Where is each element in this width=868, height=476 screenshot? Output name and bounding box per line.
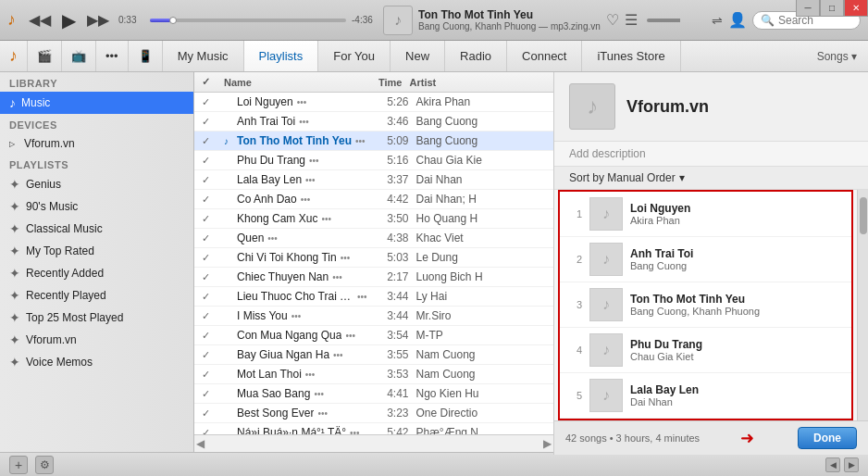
tab-more[interactable]: ••• (96, 41, 129, 71)
col-name[interactable]: Name (224, 77, 361, 88)
table-row[interactable]: ✓ Mot Lan Thoi ••• 3:53 Nam Cuong (194, 365, 553, 384)
table-row[interactable]: ✓ Khong Cam Xuc ••• 3:50 Ho Quang H (194, 209, 553, 229)
scroll-down-button[interactable]: ▶ (844, 457, 859, 472)
track-dots[interactable]: ••• (350, 428, 360, 435)
scroll-up-button[interactable]: ◀ (825, 457, 840, 472)
table-row[interactable]: ✓ Bay Giua Ngan Ha ••• 3:55 Nam Cuong (194, 345, 553, 365)
track-name: Mot Lan Thoi (237, 368, 302, 381)
table-row[interactable]: ✓ Anh Trai Toi ••• 3:46 Bang Cuong (194, 112, 553, 132)
col-artist[interactable]: Artist (403, 77, 547, 88)
h-scroll-bar[interactable] (205, 437, 543, 450)
table-row[interactable]: ✓ Lala Bay Len ••• 3:37 Dai Nhan (194, 170, 553, 190)
scroll-left-icon[interactable]: ◀ (196, 437, 205, 450)
table-row[interactable]: ✓ Chi Vi Toi Khong Tin ••• 5:03 Le Dung (194, 248, 553, 268)
sidebar-item-vforum-device[interactable]: ▷ Vforum.vn (0, 133, 193, 154)
col-time[interactable]: Time (361, 77, 403, 88)
add-playlist-button[interactable]: + (9, 456, 28, 474)
tab-radio[interactable]: Radio (445, 41, 507, 71)
heart-icon[interactable]: ♡ (606, 11, 619, 29)
play-button[interactable]: ▶ (58, 7, 80, 33)
songs-dropdown-area[interactable]: Songs ▾ (817, 41, 868, 71)
track-dots[interactable]: ••• (267, 233, 278, 244)
track-dots[interactable]: ••• (314, 389, 324, 399)
track-dots[interactable]: ••• (305, 370, 316, 380)
track-dots[interactable]: ••• (357, 292, 367, 302)
list-item[interactable]: 3 ♪ Ton Tho Mot Tinh Yeu Bang Cuong, Kha… (560, 282, 851, 328)
tab-itunes-store[interactable]: iTunes Store (582, 41, 680, 71)
table-row[interactable]: ✓ I Miss You ••• 3:44 Mr.Siro (194, 307, 553, 326)
table-row[interactable]: ✓ Ná»i Buá»·n Má°¹ TÄ° ••• 5:42 Phæ°Æng … (194, 423, 553, 434)
list-item[interactable]: 5 ♪ Lala Bay Len Dai Nhan (560, 373, 851, 419)
sidebar-item-voice-memos[interactable]: ✦ Voice Memos (0, 351, 193, 373)
track-dots[interactable]: ••• (345, 331, 355, 341)
minimize-button[interactable]: ─ (796, 0, 820, 17)
track-name-area: Quen ••• (237, 232, 367, 244)
sidebar-item-vforum-pl[interactable]: ✦ Vforum.vn (0, 329, 193, 351)
fast-forward-button[interactable]: ▶▶ (83, 9, 113, 31)
table-row[interactable]: ✓ Mua Sao Bang ••• 4:41 Ngo Kien Hu (194, 384, 553, 404)
table-row[interactable]: ✓ Lieu Thuoc Cho Trai Tim ••• 3:44 Ly Ha… (194, 287, 553, 307)
scrollbar-thumb[interactable] (860, 197, 867, 234)
track-dots[interactable]: ••• (321, 214, 331, 224)
track-dots[interactable]: ••• (333, 350, 343, 360)
tab-for-you[interactable]: For You (318, 41, 391, 71)
volume-slider[interactable] (647, 19, 702, 22)
list-item[interactable]: 4 ♪ Phu Du Trang Chau Gia Kiet (560, 328, 851, 373)
table-row[interactable]: ✓ Con Mua Ngang Qua ••• 3:54 M-TP (194, 326, 553, 345)
track-dots[interactable]: ••• (297, 97, 307, 107)
table-row[interactable]: ✓ Best Song Ever ••• 3:23 One Directio (194, 404, 553, 423)
track-dots[interactable]: ••• (299, 117, 309, 127)
track-time: 5:26 (367, 95, 409, 108)
sidebar-item-music[interactable]: ♪ Music (0, 92, 193, 114)
restore-button[interactable]: □ (820, 0, 844, 17)
track-dots[interactable]: ••• (355, 136, 366, 146)
add-description[interactable]: Add description (554, 142, 868, 167)
table-row[interactable]: ✓ Quen ••• 4:38 Khac Viet (194, 229, 553, 248)
tab-tv[interactable]: 📺 (62, 41, 96, 71)
scroll-right-icon[interactable]: ▶ (543, 437, 552, 450)
track-check: ✓ (202, 96, 224, 108)
list-icon[interactable]: ☰ (625, 11, 638, 29)
playlist-cover-music-icon: ♪ (587, 94, 598, 119)
done-button[interactable]: Done (798, 427, 857, 449)
track-dots[interactable]: ••• (305, 175, 316, 185)
track-dots[interactable]: ••• (309, 156, 319, 166)
tab-playlists[interactable]: Playlists (244, 41, 319, 71)
table-row[interactable]: ✓ Chiec Thuyen Nan ••• 2:17 Luong Bich H (194, 268, 553, 287)
settings-button[interactable]: ⚙ (35, 456, 54, 474)
playlist-scrollbar[interactable] (857, 190, 868, 420)
songs-dropdown[interactable]: Songs ▾ (817, 50, 857, 63)
track-dots[interactable]: ••• (301, 194, 311, 205)
track-dots[interactable]: ••• (317, 408, 328, 419)
progress-bar[interactable] (150, 19, 346, 22)
account-icon[interactable]: 👤 (728, 11, 747, 29)
tab-connect[interactable]: Connect (507, 41, 582, 71)
tab-new[interactable]: New (391, 41, 445, 71)
track-dots[interactable]: ••• (332, 272, 342, 282)
table-row[interactable]: ✓ Co Anh Dao ••• 4:42 Dai Nhan; H (194, 190, 553, 209)
track-dots[interactable]: ••• (291, 311, 302, 321)
shuffle-button[interactable]: ⇌ (712, 13, 723, 28)
sidebar-item-top25[interactable]: ✦ Top 25 Most Played (0, 307, 193, 329)
sidebar-item-recently-added[interactable]: ✦ Recently Added (0, 262, 193, 284)
tab-music-icon[interactable]: ♪ (0, 41, 28, 71)
sidebar-item-genius[interactable]: ✦ Genius (0, 173, 193, 195)
sidebar-item-90s[interactable]: ✦ 90's Music (0, 195, 193, 218)
list-item[interactable]: 2 ♪ Anh Trai Toi Bang Cuong (560, 237, 851, 282)
close-button[interactable]: ✕ (844, 0, 868, 17)
list-item[interactable]: 1 ♪ Loi Nguyen Akira Phan (560, 192, 851, 237)
sidebar-item-top-rated[interactable]: ✦ My Top Rated (0, 240, 193, 262)
sidebar-item-classical[interactable]: ✦ Classical Music (0, 218, 193, 240)
track-artist: Akira Phan (409, 95, 547, 108)
sort-bar[interactable]: Sort by Manual Order ▾ (554, 167, 868, 190)
table-row[interactable]: ✓ Phu Du Trang ••• 5:16 Chau Gia Kie (194, 151, 553, 170)
tab-video[interactable]: 🎬 (28, 41, 62, 71)
rewind-button[interactable]: ◀◀ (25, 9, 55, 31)
track-dots[interactable]: ••• (341, 253, 351, 263)
sidebar-item-recently-played[interactable]: ✦ Recently Played (0, 284, 193, 307)
tab-my-music[interactable]: My Music (163, 41, 244, 71)
tab-phone[interactable]: 📱 (129, 41, 163, 71)
table-row[interactable]: ✓ ♪ Ton Tho Mot Tinh Yeu ••• 5:09 Bang C… (194, 132, 553, 151)
table-row[interactable]: ✓ Loi Nguyen ••• 5:26 Akira Phan (194, 93, 553, 112)
track-name-area: Best Song Ever ••• (237, 407, 367, 420)
